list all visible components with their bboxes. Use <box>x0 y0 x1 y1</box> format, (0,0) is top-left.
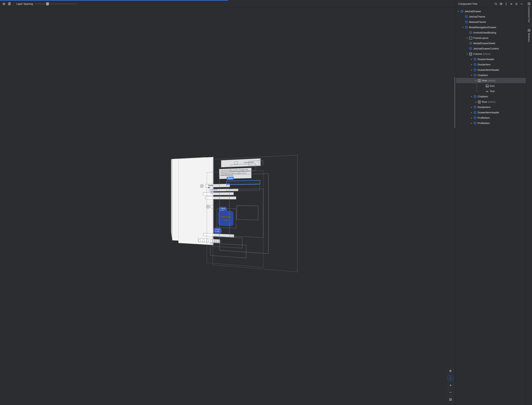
tree-node-jetchatdrawercontent[interactable]: ▸JetchatDrawerContent <box>456 46 526 51</box>
tree-node-label: DividerItem <box>478 63 491 66</box>
tree-node-label: Row <box>482 100 487 103</box>
compose-icon <box>473 116 477 120</box>
chevron-right-icon[interactable]: ▸ <box>465 37 469 39</box>
tree-node-chatitem[interactable]: ▾ChatItem <box>456 94 526 99</box>
tree-node-label: MaterialTheme <box>469 20 486 23</box>
chevron-down-icon[interactable]: ▾ <box>457 10 460 13</box>
layer-spacing-label: Layer Spacing: <box>16 2 34 5</box>
minimize-icon[interactable] <box>519 2 524 6</box>
component-tree[interactable]: ▾JetchatDrawer▸JetchatTheme▸MaterialThem… <box>456 8 526 405</box>
tree-node-modaldrawersheet[interactable]: ▸ModalDrawerSheet <box>456 40 526 46</box>
tree-node-label: ChatItem <box>478 95 488 98</box>
svg-rect-5 <box>450 398 451 400</box>
svg-rect-16 <box>528 31 529 31</box>
chevron-right-icon[interactable]: ▸ <box>470 106 473 108</box>
layout-inspector-canvas[interactable]: #composers Yes! but this library always … <box>0 8 456 405</box>
svg-point-0 <box>4 4 4 4</box>
filter-visibility-icon[interactable] <box>499 2 503 6</box>
chevron-right-icon[interactable]: ▸ <box>470 63 473 66</box>
chevron-right-icon[interactable]: ▸ <box>474 101 478 103</box>
right-tool-rail: Component Tree Attributes <box>526 0 532 405</box>
chevron-down-icon[interactable]: ▾ <box>474 80 478 82</box>
svg-point-7 <box>495 3 497 4</box>
tree-node-label: AndroidViewBinding <box>473 31 496 34</box>
tree-node-label: DividerItem <box>478 106 491 109</box>
compose-icon <box>460 10 464 13</box>
svg-point-9 <box>516 4 517 4</box>
chevron-down-icon[interactable]: ▾ <box>465 53 469 55</box>
tree-node-framelayout[interactable]: ▸FrameLayout <box>456 35 526 40</box>
tree-node-label: Icon <box>490 84 495 87</box>
pan-tool-button[interactable] <box>448 368 453 374</box>
tree-node-draweritemheader[interactable]: ▸DrawerItemHeader <box>456 67 526 73</box>
tree-node-row[interactable]: ▾Row(inline) <box>456 78 526 83</box>
compose-icon <box>469 42 472 45</box>
tree-node-label: Column <box>473 53 482 55</box>
tree-node-divideritem[interactable]: ▸DividerItem <box>456 104 526 110</box>
svg-rect-10 <box>528 3 529 4</box>
expand-collapse-icon[interactable] <box>504 2 508 6</box>
show-layout-bounds-icon[interactable] <box>2 2 6 6</box>
layer-spacing-slider[interactable] <box>35 2 76 6</box>
tree-node-jetchatdrawer[interactable]: ▾JetchatDrawer <box>456 9 526 14</box>
tree-node-divideritem[interactable]: ▸DividerItem <box>456 62 526 67</box>
tree-node-jetchattheme[interactable]: ▸JetchatTheme <box>456 14 526 19</box>
compose-icon <box>469 31 472 34</box>
tree-node-label: DrawerItemHeader <box>478 111 499 114</box>
chevron-right-icon[interactable]: ▸ <box>470 69 473 71</box>
tree-node-column[interactable]: ▾Column(inline) <box>456 51 526 57</box>
avatar-icon <box>200 184 204 188</box>
chevron-right-icon[interactable]: ▸ <box>470 117 473 119</box>
tree-node-label: Row <box>482 79 487 82</box>
tree-node-materialtheme[interactable]: ▸MaterialTheme <box>456 19 526 25</box>
zoom-fit-button[interactable] <box>448 397 453 402</box>
svg-rect-14 <box>528 29 529 30</box>
inspector-toolbar: Layer Spacing: <box>0 0 456 8</box>
gear-icon[interactable] <box>514 2 519 6</box>
chevron-down-icon[interactable]: ▾ <box>470 74 473 76</box>
chevron-down-icon[interactable]: ▾ <box>470 95 473 98</box>
rail-tab-component-tree[interactable]: Component Tree <box>527 1 531 24</box>
tree-node-label: JetchatTheme <box>469 15 485 18</box>
tree-node-drawerheader[interactable]: ▸DrawerHeader <box>456 57 526 62</box>
tree-node-label: ProfileItem <box>478 122 490 125</box>
export-icon[interactable] <box>7 2 11 6</box>
component-tree-panel: Component Tree ▾JetchatDrawer▸JetchatThe… <box>456 0 526 405</box>
svg-rect-13 <box>529 4 530 5</box>
col-icon <box>469 52 472 56</box>
chevron-down-icon[interactable]: ▾ <box>461 26 465 28</box>
tree-node-label: Text <box>490 90 495 93</box>
tree-node-label: ModalNavigationDrawer <box>469 26 496 29</box>
row-icon <box>478 100 481 104</box>
chevron-right-icon[interactable]: ▸ <box>470 111 473 114</box>
close-icon[interactable] <box>509 2 513 6</box>
tree-node-label: ChatItem <box>478 74 488 77</box>
tree-node-icon[interactable]: ▸Icon <box>456 83 526 88</box>
tree-node-androidviewbinding[interactable]: ▸AndroidViewBinding <box>456 30 526 35</box>
tree-node-chatitem[interactable]: ▾ChatItem <box>456 73 526 78</box>
tree-node-text[interactable]: ▸Text <box>456 88 526 94</box>
compose-icon <box>473 106 477 109</box>
scrollbar[interactable] <box>454 77 455 128</box>
svg-rect-17 <box>529 31 530 31</box>
search-icon[interactable] <box>494 2 498 6</box>
tree-node-label: DrawerItemHeader <box>478 68 499 71</box>
tree-node-modalnavigationdrawer[interactable]: ▾ModalNavigationDrawer <box>456 25 526 30</box>
tree-node-suffix: (inline) <box>488 79 496 82</box>
zoom-out-button[interactable] <box>448 390 453 395</box>
rail-tab-attributes[interactable]: Attributes <box>527 28 531 43</box>
compose-icon <box>465 15 468 19</box>
chevron-right-icon[interactable]: ▸ <box>470 122 473 124</box>
panel-title: Component Tree <box>458 2 493 5</box>
zoom-in-button[interactable] <box>448 383 453 388</box>
tree-node-profileitem[interactable]: ▸ProfileItem <box>456 121 526 126</box>
svg-rect-11 <box>529 3 530 4</box>
tree-node-row[interactable]: ▸Row(inline) <box>456 99 526 104</box>
chevron-right-icon[interactable]: ▸ <box>470 58 473 60</box>
compose-icon <box>465 20 468 24</box>
tree-node-label: JetchatDrawerContent <box>473 47 499 50</box>
device-mode-button[interactable] <box>448 375 453 381</box>
compose-icon <box>473 122 477 125</box>
tree-node-draweritemheader[interactable]: ▸DrawerItemHeader <box>456 110 526 115</box>
tree-node-profileitem[interactable]: ▸ProfileItem <box>456 115 526 121</box>
